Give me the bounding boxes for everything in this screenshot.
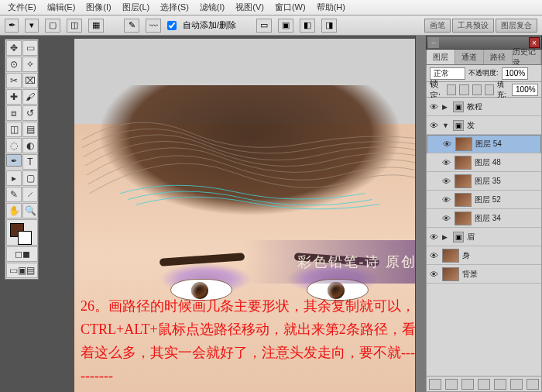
- lock-all[interactable]: [485, 84, 494, 95]
- opacity-value[interactable]: 100%: [502, 67, 528, 80]
- visibility-eye-icon[interactable]: 👁: [441, 176, 451, 187]
- menu-window[interactable]: 窗口(W): [270, 0, 310, 15]
- wand-tool[interactable]: ✧: [22, 57, 38, 72]
- layer-row[interactable]: 👁背景: [427, 265, 541, 284]
- quickmask-toggle[interactable]: ◻◼: [6, 246, 38, 262]
- palette-toolpreset[interactable]: 工具预设: [452, 19, 494, 33]
- palette-brush[interactable]: 画笔: [424, 19, 451, 33]
- layer-thumbnail[interactable]: [455, 211, 472, 225]
- layer-thumbnail[interactable]: [455, 137, 472, 151]
- tab-channels[interactable]: 通道: [455, 50, 484, 64]
- slice-tool[interactable]: ⌧: [22, 73, 38, 88]
- adjustment-layer-button[interactable]: [478, 379, 490, 390]
- path-op-4[interactable]: ◨: [321, 19, 337, 33]
- paths-mode[interactable]: ◫: [67, 19, 82, 33]
- menu-file[interactable]: 文件(E): [3, 0, 41, 15]
- visibility-eye-icon[interactable]: 👁: [441, 194, 451, 205]
- pen-tool-icon[interactable]: ✒: [5, 19, 19, 33]
- panel-minimize-button[interactable]: –: [428, 37, 439, 48]
- layer-name[interactable]: 发: [467, 120, 475, 131]
- layer-row[interactable]: 👁图层 52: [427, 191, 541, 209]
- pen-add-icon[interactable]: ✎: [124, 19, 139, 33]
- visibility-eye-icon[interactable]: 👁: [428, 269, 439, 280]
- layer-thumbnail[interactable]: [455, 156, 472, 170]
- menu-help[interactable]: 帮助(H): [312, 0, 350, 15]
- menu-edit[interactable]: 编辑(E): [43, 0, 81, 15]
- path-op-3[interactable]: ◧: [300, 19, 315, 33]
- lasso-tool[interactable]: ⊙: [6, 57, 22, 72]
- layer-name[interactable]: 图层 35: [475, 176, 501, 187]
- menu-filter[interactable]: 滤镜(I): [195, 0, 229, 15]
- type-tool[interactable]: T: [22, 154, 38, 170]
- zoom-tool[interactable]: 🔍: [22, 203, 38, 218]
- color-swatch[interactable]: [6, 219, 38, 246]
- visibility-eye-icon[interactable]: 👁: [428, 250, 439, 261]
- visibility-eye-icon[interactable]: 👁: [441, 139, 452, 150]
- visibility-eye-icon[interactable]: 👁: [428, 120, 439, 131]
- layer-row[interactable]: 👁图层 35: [427, 172, 541, 191]
- layer-name[interactable]: 眉: [467, 232, 475, 242]
- lock-position[interactable]: [472, 84, 482, 95]
- lock-transparency[interactable]: [447, 84, 456, 95]
- heal-tool[interactable]: ✚: [6, 89, 22, 105]
- layer-row[interactable]: 👁图层 54: [427, 135, 541, 153]
- layer-row[interactable]: 👁图层 48: [427, 153, 541, 172]
- tab-paths[interactable]: 路径: [484, 50, 513, 64]
- path-op-1[interactable]: ▭: [256, 19, 272, 33]
- visibility-eye-icon[interactable]: 👁: [441, 157, 451, 168]
- menu-layer[interactable]: 图层(L): [118, 0, 154, 15]
- auto-add-delete-checkbox[interactable]: [167, 21, 177, 30]
- layer-style-button[interactable]: [445, 379, 458, 390]
- menu-image[interactable]: 图像(I): [81, 0, 115, 15]
- layer-row[interactable]: 👁图层 34: [427, 209, 541, 228]
- new-layer-button[interactable]: [510, 379, 523, 390]
- link-layers-button[interactable]: [429, 379, 441, 390]
- palette-layercomp[interactable]: 图层复合: [496, 19, 537, 33]
- visibility-eye-icon[interactable]: 👁: [441, 213, 451, 224]
- layer-row[interactable]: 👁身: [427, 246, 541, 265]
- layer-name[interactable]: 背景: [462, 269, 478, 280]
- marquee-tool[interactable]: ▭: [22, 40, 38, 56]
- history-brush-tool[interactable]: ↺: [22, 105, 38, 121]
- layer-name[interactable]: 教程: [467, 101, 482, 112]
- eraser-tool[interactable]: ◫: [6, 122, 22, 137]
- brush-tool[interactable]: 🖌: [22, 89, 38, 105]
- shape-layers-mode[interactable]: ▢: [45, 19, 60, 33]
- visibility-eye-icon[interactable]: 👁: [428, 232, 439, 242]
- rectangle-tool[interactable]: ▢: [22, 170, 38, 186]
- background-color[interactable]: [18, 231, 32, 245]
- group-disclosure-triangle[interactable]: ▶: [442, 103, 450, 111]
- screenmode-toggle[interactable]: ▭▣▤: [6, 263, 38, 278]
- layer-thumbnail[interactable]: [455, 174, 472, 188]
- move-tool[interactable]: ✥: [6, 40, 22, 56]
- tab-layers[interactable]: 图层: [427, 50, 455, 64]
- layer-row[interactable]: 👁▶▣教程: [427, 98, 541, 116]
- notes-tool[interactable]: ✎: [6, 187, 22, 202]
- fill-pixels-mode[interactable]: ▦: [88, 19, 104, 33]
- panel-dock-edge[interactable]: [415, 36, 426, 392]
- path-op-2[interactable]: ▣: [278, 19, 293, 33]
- blur-tool[interactable]: ◌: [6, 138, 22, 153]
- menu-view[interactable]: 视图(V): [231, 0, 269, 15]
- layer-thumbnail[interactable]: [442, 249, 459, 263]
- layer-row[interactable]: 👁▶▣眉: [427, 228, 541, 246]
- layer-group-button[interactable]: [494, 379, 506, 390]
- dodge-tool[interactable]: ◐: [22, 138, 38, 153]
- layer-thumbnail[interactable]: [442, 267, 459, 281]
- canvas[interactable]: 彩色铅笔-诗 原创教程 26。画路径的时候画几条主要形状，其余复制就可以，CTR…: [74, 39, 426, 392]
- layer-name[interactable]: 图层 48: [475, 157, 501, 168]
- layer-name[interactable]: 图层 52: [475, 194, 501, 205]
- pen-tool[interactable]: ✒: [6, 154, 22, 167]
- group-disclosure-triangle[interactable]: ▼: [442, 122, 450, 129]
- tab-history[interactable]: 历史记录: [513, 50, 541, 64]
- crop-tool[interactable]: ✂: [6, 73, 22, 88]
- layer-mask-button[interactable]: [461, 379, 474, 390]
- delete-layer-button[interactable]: [527, 379, 539, 390]
- tool-preset-dropdown[interactable]: ▾: [25, 19, 39, 33]
- layer-row[interactable]: 👁▼▣发: [427, 116, 541, 135]
- lock-pixels[interactable]: [459, 84, 468, 95]
- group-disclosure-triangle[interactable]: ▶: [442, 233, 450, 241]
- layer-name[interactable]: 身: [462, 250, 470, 261]
- visibility-eye-icon[interactable]: 👁: [428, 101, 439, 112]
- fill-value[interactable]: 100%: [512, 84, 538, 96]
